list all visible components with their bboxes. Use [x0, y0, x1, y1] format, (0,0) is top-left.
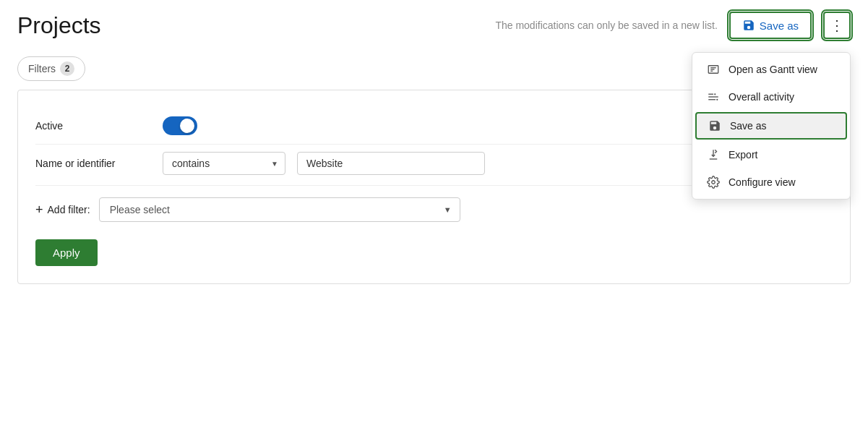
dropdown-item-configure-view[interactable]: Configure view [692, 168, 850, 196]
overall-activity-label: Overall activity [729, 91, 794, 103]
svg-point-9 [712, 181, 716, 184]
dropdown-item-overall-activity[interactable]: Overall activity [692, 83, 850, 111]
active-toggle[interactable] [163, 116, 197, 135]
save-icon [742, 19, 755, 32]
dropdown-item-export[interactable]: Export [692, 141, 850, 168]
contains-select-wrapper: contains [163, 152, 285, 175]
apply-button[interactable]: Apply [35, 239, 98, 266]
export-label: Export [729, 149, 757, 160]
dropdown-item-open-gantt[interactable]: Open as Gantt view [692, 56, 850, 83]
filters-label: Filters [28, 63, 56, 74]
filters-badge[interactable]: Filters 2 [17, 56, 85, 81]
configure-icon [707, 176, 720, 189]
filters-count: 2 [60, 61, 74, 76]
header-hint: The modifications can only be saved in a… [495, 20, 717, 31]
more-icon: ⋮ [830, 17, 844, 34]
toggle-track [163, 116, 197, 135]
name-filter-input[interactable] [297, 152, 485, 175]
gantt-icon [707, 63, 720, 76]
open-gantt-label: Open as Gantt view [729, 64, 817, 75]
dropdown-item-save-as[interactable]: Save as [695, 112, 847, 140]
add-filter-select[interactable]: Please select [99, 197, 460, 222]
save-as-button[interactable]: Save as [729, 12, 812, 39]
contains-select[interactable]: contains [163, 152, 285, 175]
active-filter-label: Active [35, 120, 151, 132]
svg-point-8 [716, 99, 718, 100]
add-filter-text: Add filter: [48, 204, 90, 215]
toggle-thumb [180, 119, 194, 133]
add-filter-label: + Add filter: [35, 202, 90, 218]
save-menu-icon [708, 119, 721, 132]
save-as-menu-label: Save as [730, 120, 767, 132]
page-title: Projects [17, 12, 484, 39]
header: Projects The modifications can only be s… [0, 0, 868, 51]
more-button[interactable]: ⋮ [823, 12, 851, 39]
export-icon [707, 148, 720, 161]
activity-icon [707, 90, 720, 103]
add-filter-select-wrapper: Please select [99, 197, 460, 222]
save-as-label: Save as [760, 20, 799, 32]
configure-view-label: Configure view [729, 176, 796, 188]
svg-point-7 [714, 93, 716, 95]
dropdown-menu: Open as Gantt view Overall activity Save… [692, 52, 851, 200]
add-filter-plus-icon: + [35, 202, 43, 218]
name-filter-label: Name or identifier [35, 158, 151, 169]
